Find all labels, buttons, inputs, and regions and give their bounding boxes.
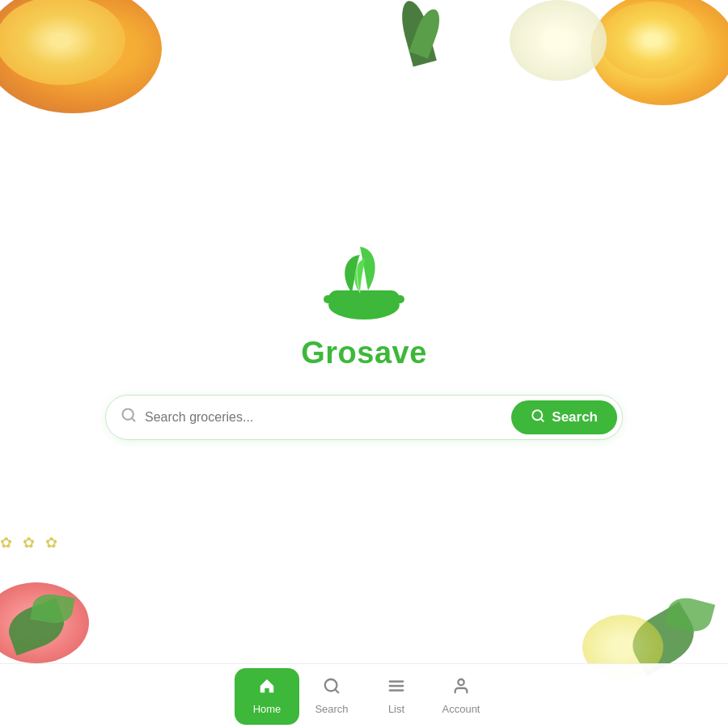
list-icon [387, 677, 405, 700]
svg-rect-3 [393, 295, 404, 303]
bottom-nav: Home Search List Account [0, 663, 728, 728]
nav-item-list[interactable]: List [364, 668, 429, 725]
logo-icon [315, 240, 413, 329]
search-button-icon [531, 408, 545, 426]
nav-label-account: Account [442, 703, 480, 715]
main-content: Grosave Search [0, 0, 728, 728]
svg-line-7 [541, 418, 544, 421]
nav-label-list: List [388, 703, 404, 715]
nav-label-home: Home [253, 703, 281, 715]
home-icon [258, 677, 276, 700]
svg-point-13 [458, 679, 463, 685]
nav-item-home[interactable]: Home [235, 668, 299, 725]
nav-item-account[interactable]: Account [429, 668, 493, 725]
svg-line-9 [335, 689, 338, 692]
svg-line-5 [132, 418, 135, 421]
svg-rect-1 [328, 290, 400, 307]
search-input[interactable] [145, 410, 511, 425]
search-icon-left [121, 407, 137, 427]
app-name: Grosave [301, 336, 427, 370]
search-nav-icon [323, 677, 341, 700]
search-button[interactable]: Search [511, 400, 617, 434]
search-button-label: Search [552, 409, 598, 425]
nav-item-search[interactable]: Search [299, 668, 364, 725]
search-bar: Search [105, 395, 623, 440]
nav-label-search: Search [315, 703, 348, 715]
svg-rect-2 [324, 295, 335, 303]
account-icon [452, 677, 470, 700]
logo-container: Grosave [301, 240, 427, 370]
